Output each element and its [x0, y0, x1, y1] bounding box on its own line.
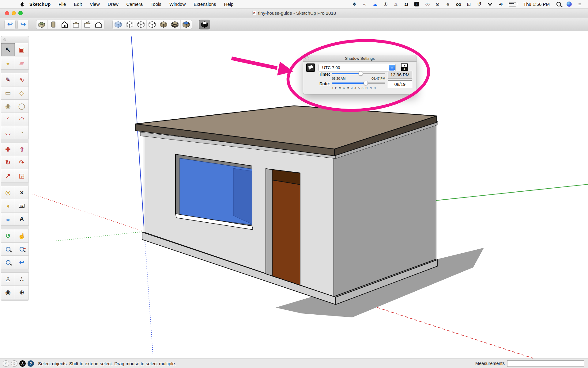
dialog-close-button[interactable]	[305, 56, 309, 60]
time-value-field[interactable]: 12:36 PM	[388, 71, 412, 79]
two-point-arc-tool[interactable]: ◠	[15, 113, 29, 126]
dimension-tool[interactable]: ×	[15, 186, 29, 199]
screen-record-icon[interactable]: ⊡	[466, 0, 471, 8]
time-machine-icon[interactable]: ↺	[477, 0, 482, 8]
zoom-previous-tool[interactable]: ↩	[15, 255, 29, 269]
dropbox-icon[interactable]: ❖	[352, 0, 357, 8]
help-icon[interactable]: ?	[28, 360, 34, 367]
volume-icon[interactable]: ◀)	[498, 0, 503, 8]
menu-draw[interactable]: Draw	[104, 0, 122, 8]
view-iso-button[interactable]	[36, 20, 47, 29]
zoom-window-tool[interactable]	[15, 242, 29, 256]
select-tool[interactable]: ↖	[1, 43, 15, 56]
style-wireframe-button[interactable]	[135, 20, 146, 29]
clamshell-icon[interactable]: ◖	[414, 2, 419, 6]
protractor-tool[interactable]: ◖	[1, 199, 15, 213]
move-tool[interactable]: ✚	[1, 143, 15, 156]
credits-icon[interactable]: ☺	[11, 360, 17, 367]
pan-tool[interactable]: ☝	[15, 229, 29, 243]
menu-extensions[interactable]: Extensions	[190, 0, 220, 8]
creative-cloud-icon[interactable]: ∞	[362, 0, 367, 8]
onedrive-icon[interactable]: ☁	[373, 0, 378, 8]
push-pull-tool[interactable]: ⇧	[15, 143, 29, 156]
position-camera-tool[interactable]: ♙	[1, 272, 15, 286]
menu-help[interactable]: Help	[220, 0, 238, 8]
eraser-tool[interactable]: ▰	[15, 56, 29, 70]
menu-camera[interactable]: Camera	[122, 0, 146, 8]
date-slider[interactable]	[332, 81, 385, 86]
minimize-window-button[interactable]	[12, 11, 16, 15]
siri-icon[interactable]	[567, 2, 572, 7]
redo-button[interactable]: ↪	[17, 20, 29, 29]
undo-button[interactable]: ↩	[4, 20, 16, 29]
view-top-button[interactable]	[47, 20, 59, 29]
timezone-dropdown[interactable]: UTC-7:00	[318, 64, 396, 71]
door-panel[interactable]	[272, 180, 300, 285]
geolocation-icon[interactable]: ⚐	[3, 360, 9, 367]
walk-tool[interactable]: ∴	[15, 272, 29, 286]
menu-edit[interactable]: Edit	[70, 0, 86, 8]
menu-sketchup[interactable]: SketchUp	[24, 0, 55, 8]
zoom-window-button[interactable]	[18, 11, 23, 15]
menu-file[interactable]: File	[55, 0, 70, 8]
date-value-field[interactable]: 08/19	[388, 80, 412, 88]
dialog-detail-toggle-button[interactable]: +	[401, 63, 408, 72]
style-shaded-button[interactable]	[158, 20, 169, 29]
scale-tool[interactable]: ↗	[1, 169, 15, 182]
menu-window[interactable]: Window	[165, 0, 190, 8]
offset-tool[interactable]: ◲	[15, 169, 29, 182]
rotate-tool[interactable]: ↻	[1, 156, 15, 169]
style-monochrome-button[interactable]	[180, 20, 192, 29]
paint-bucket-tool[interactable]: ◒	[1, 56, 15, 70]
look-around-tool[interactable]: ◉	[1, 286, 15, 299]
onepassword-icon[interactable]: ①	[383, 0, 388, 8]
axes-tool[interactable]: ⁎	[1, 212, 15, 226]
make-component-tool[interactable]: ▣	[15, 43, 29, 56]
spotlight-search-icon[interactable]	[556, 2, 561, 6]
circle-tool[interactable]: ◉	[1, 99, 15, 113]
style-xray-button[interactable]	[113, 20, 124, 29]
arc-tool[interactable]: ◜	[1, 113, 15, 126]
dropdown-stepper-icon[interactable]	[389, 65, 395, 71]
notifications-bell-icon[interactable]: Ω	[404, 0, 409, 8]
follow-me-tool[interactable]: ↷	[15, 156, 29, 169]
menu-tools[interactable]: Tools	[147, 0, 165, 8]
palette-close-button[interactable]	[3, 38, 6, 41]
menu-bar-clock[interactable]: Thu 1:56 PM	[523, 2, 550, 7]
view-right-button[interactable]	[93, 20, 104, 29]
zoom-tool[interactable]	[1, 242, 15, 256]
view-front-button[interactable]	[59, 20, 70, 29]
wifi-icon[interactable]	[487, 2, 493, 6]
notification-center-icon[interactable]: ≡	[577, 0, 582, 8]
glasses-icon[interactable]: oo	[456, 0, 461, 8]
pie-tool[interactable]: ◔	[15, 126, 29, 139]
tool-palette-header[interactable]	[1, 36, 29, 43]
rectangle-tool[interactable]: ▭	[1, 86, 15, 100]
show-shadows-button[interactable]	[306, 63, 315, 72]
flame-icon[interactable]: ♨	[394, 0, 398, 8]
three-point-arc-tool[interactable]: ◡	[1, 126, 15, 139]
polygon-tool[interactable]: ◯	[15, 99, 29, 113]
house-model[interactable]	[136, 106, 438, 305]
rotated-rectangle-tool[interactable]: ◇	[15, 86, 29, 100]
apple-menu[interactable]	[20, 2, 24, 7]
style-textured-button[interactable]	[169, 20, 180, 29]
date-slider-thumb[interactable]	[363, 81, 368, 85]
camera-target-tool[interactable]: ⊕	[15, 286, 29, 299]
zoom-extents-tool[interactable]	[1, 255, 15, 269]
text-tool[interactable]: A1	[15, 199, 29, 213]
line-tool[interactable]: ✎	[1, 73, 15, 86]
time-slider[interactable]	[332, 71, 385, 76]
battery-icon[interactable]: ↯	[509, 2, 516, 6]
view-back-button[interactable]	[70, 20, 81, 29]
close-window-button[interactable]	[5, 11, 9, 15]
measurements-input[interactable]	[507, 360, 584, 367]
sign-in-account-icon[interactable]: ♙	[19, 360, 26, 367]
window-title-bar[interactable]: tiny-house-guide - SketchUp Pro 2018	[0, 8, 588, 18]
style-back-edges-button[interactable]	[124, 20, 135, 29]
timer-icon[interactable]: ⊘	[435, 0, 440, 8]
mission-control-icon[interactable]: ◇◇	[425, 0, 430, 8]
3d-text-tool[interactable]: A	[15, 212, 29, 226]
time-slider-thumb[interactable]	[358, 71, 363, 76]
viewport-3d[interactable]	[0, 0, 588, 368]
